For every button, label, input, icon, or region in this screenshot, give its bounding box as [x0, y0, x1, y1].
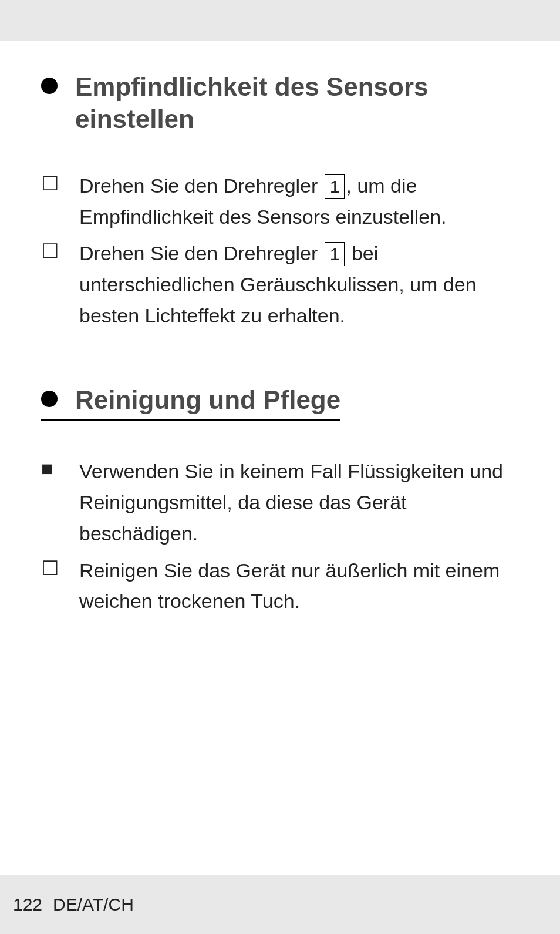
bullet-circle-icon — [41, 391, 58, 407]
top-bar — [0, 0, 560, 41]
list-text: Verwenden Sie in keinem Fall Flüssigkeit… — [79, 456, 519, 549]
text-part: Drehen Sie den Drehregler — [79, 242, 323, 264]
language-code: DE/AT/CH — [53, 895, 134, 915]
footer-bar: 122 DE/AT/CH — [0, 875, 560, 934]
bullet-circle-icon — [41, 78, 58, 94]
list-text: Drehen Sie den Drehregler 1 bei untersch… — [79, 238, 519, 331]
list-item: ☐ Drehen Sie den Drehregler 1, um die Em… — [41, 170, 519, 232]
list-item: ☐ Drehen Sie den Drehregler 1 bei unters… — [41, 238, 519, 331]
reference-box: 1 — [325, 174, 345, 199]
heading-text: Empfindlichkeit des Sensors einstellen — [75, 70, 519, 135]
page-number: 122 — [13, 895, 42, 915]
square-bullet-icon: ■ — [41, 456, 79, 480]
page-content: Empfindlichkeit des Sensors einstellen ☐… — [0, 41, 560, 617]
text-part: Reinigen Sie das Gerät nur äußer­lich mi… — [79, 559, 500, 613]
list-text: Drehen Sie den Drehregler 1, um die Empf… — [79, 170, 519, 232]
text-part: Verwenden Sie in keinem Fall Flüssigkeit… — [79, 460, 503, 544]
checkbox-bullet-icon: ☐ — [41, 238, 79, 263]
section-heading: Reinigung und Pflege — [41, 384, 340, 421]
reference-box: 1 — [325, 242, 345, 266]
section-heading: Empfindlichkeit des Sensors einstellen — [41, 70, 519, 135]
list-item: ☐ Reinigen Sie das Gerät nur äußer­lich … — [41, 555, 519, 617]
list-text: Reinigen Sie das Gerät nur äußer­lich mi… — [79, 555, 519, 617]
text-part: Drehen Sie den Drehregler — [79, 174, 323, 197]
heading-text: Reinigung und Pflege — [75, 384, 340, 416]
checkbox-bullet-icon: ☐ — [41, 555, 79, 580]
list-item: ■ Verwenden Sie in keinem Fall Flüssigke… — [41, 456, 519, 549]
checkbox-bullet-icon: ☐ — [41, 170, 79, 195]
